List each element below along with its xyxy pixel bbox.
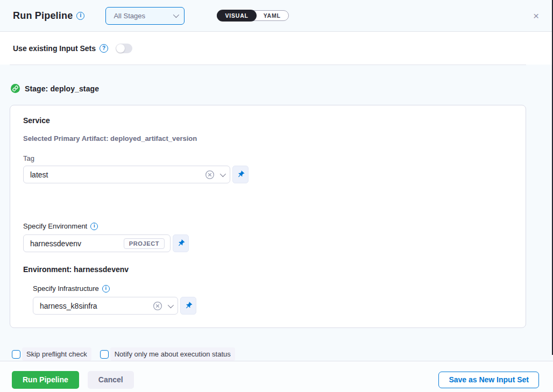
environment-input[interactable] xyxy=(30,239,124,248)
collapsed-section-spacer xyxy=(23,183,513,222)
input-sets-row: Use existing Input Sets ? xyxy=(0,32,553,65)
service-title: Service xyxy=(23,116,513,125)
stage-select-value: All Stages xyxy=(114,12,173,20)
deploy-stage-icon xyxy=(11,84,20,93)
scope-badge: PROJECT xyxy=(124,238,165,249)
infrastructure-label-row: Specify Infrastructure i xyxy=(33,284,513,293)
clear-icon[interactable] xyxy=(205,170,215,180)
tab-yaml[interactable]: YAML xyxy=(256,10,288,21)
environment-heading: Environment: harnessdevenv xyxy=(23,265,513,274)
cancel-button[interactable]: Cancel xyxy=(88,371,134,389)
stage-name: Stage: deploy_stage xyxy=(25,84,99,93)
skip-preflight-option[interactable]: Skip preflight check xyxy=(12,347,91,361)
skip-preflight-label: Skip preflight check xyxy=(22,347,91,361)
page-title: Run Pipeline xyxy=(13,10,73,22)
environment-label: Specify Environment xyxy=(23,222,87,230)
environment-pin-button[interactable] xyxy=(173,234,189,252)
infrastructure-pin-button[interactable] xyxy=(180,297,196,315)
infrastructure-label: Specify Infrastructure xyxy=(33,284,99,293)
chevron-down-icon[interactable] xyxy=(168,302,174,308)
tag-input-box xyxy=(23,166,230,183)
environment-label-row: Specify Environment i xyxy=(23,222,513,230)
notify-only-me-label: Notify only me about execution status xyxy=(110,347,235,361)
chevron-down-icon xyxy=(173,12,179,18)
tag-label: Tag xyxy=(23,154,513,162)
input-sets-toggle[interactable] xyxy=(116,44,132,53)
info-icon[interactable]: i xyxy=(102,285,110,293)
tag-pin-button[interactable] xyxy=(232,166,249,183)
dialog-footer: Run Pipeline Cancel Save as New Input Se… xyxy=(0,361,553,392)
run-pipeline-button[interactable]: Run Pipeline xyxy=(12,371,79,389)
dialog-header: Run Pipeline i All Stages VISUAL YAML × xyxy=(0,0,553,32)
notify-only-me-option[interactable]: Notify only me about execution status xyxy=(100,347,235,361)
stage-header: Stage: deploy_stage xyxy=(11,84,553,93)
selected-artifact-text: Selected Primary Artifact: deployed_arti… xyxy=(23,134,513,142)
dialog-body: Stage: deploy_stage Service Selected Pri… xyxy=(0,65,553,361)
toggle-knob xyxy=(116,44,125,53)
tab-visual[interactable]: VISUAL xyxy=(217,10,256,22)
chevron-down-icon[interactable] xyxy=(220,170,226,176)
close-icon[interactable]: × xyxy=(533,11,539,21)
view-mode-toggle: VISUAL YAML xyxy=(217,10,288,21)
environment-input-box: PROJECT xyxy=(23,234,171,252)
info-icon[interactable]: i xyxy=(90,223,98,230)
infrastructure-input[interactable] xyxy=(40,302,153,310)
infrastructure-input-box xyxy=(33,297,178,315)
help-icon[interactable]: ? xyxy=(100,44,108,53)
tag-input[interactable] xyxy=(30,170,205,179)
run-options: Skip preflight check Notify only me abou… xyxy=(12,347,553,361)
service-card: Service Selected Primary Artifact: deplo… xyxy=(10,105,526,328)
infrastructure-section: Specify Infrastructure i xyxy=(33,284,513,315)
skip-preflight-checkbox[interactable] xyxy=(12,350,20,359)
clear-icon[interactable] xyxy=(153,301,162,311)
info-icon[interactable]: i xyxy=(76,12,84,20)
notify-only-me-checkbox[interactable] xyxy=(100,350,109,359)
stage-select[interactable]: All Stages xyxy=(105,7,185,25)
save-as-new-input-set-button[interactable]: Save as New Input Set xyxy=(438,372,539,388)
input-sets-label: Use existing Input Sets xyxy=(13,44,96,53)
